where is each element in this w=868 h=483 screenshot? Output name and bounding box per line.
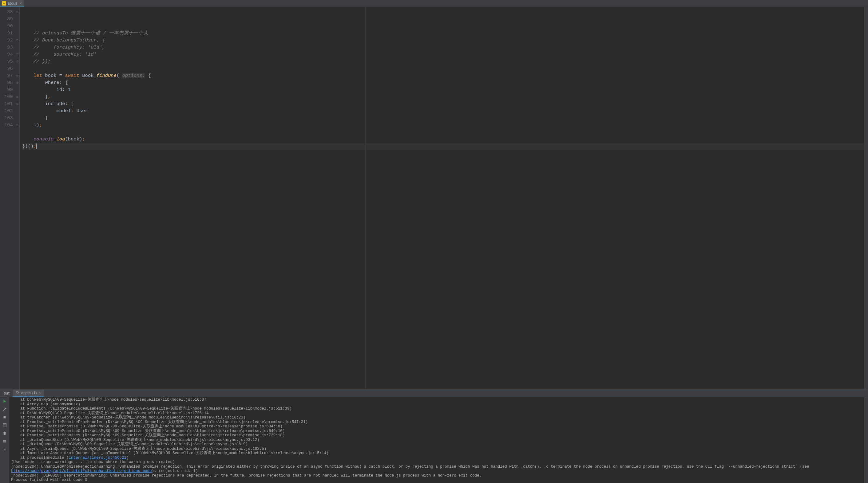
fold-marker[interactable]: ⊟	[16, 72, 19, 79]
code-line[interactable]: include: {	[22, 100, 864, 107]
console-line: at _drainQueueStep (D:\Web\MySQL\09-Sequ…	[11, 438, 862, 443]
line-number: 90	[4, 23, 13, 30]
line-number: 100	[4, 93, 13, 100]
trash-icon[interactable]	[2, 430, 8, 436]
line-number: 101	[4, 100, 13, 107]
fold-marker[interactable]: ⊟	[16, 79, 19, 86]
code-line[interactable]: })();	[22, 143, 864, 150]
line-number: 102	[4, 107, 13, 115]
right-margin-guide	[365, 7, 366, 389]
svg-rect-2	[4, 416, 6, 418]
line-number: 88	[4, 9, 13, 16]
line-number: 91	[4, 30, 13, 37]
fold-marker[interactable]	[16, 23, 19, 30]
code-line[interactable]: // });	[22, 58, 864, 65]
console-line: at D:\Web\MySQL\09-Sequelize-关联查询上\node_…	[11, 411, 862, 416]
line-number: 99	[4, 86, 13, 93]
code-line[interactable]: where: {	[22, 79, 864, 86]
console-line: at Promise._settlePromiseFromHandler (D:…	[11, 420, 862, 425]
line-number: 92	[4, 37, 13, 44]
close-icon[interactable]: ×	[38, 391, 40, 395]
svg-rect-3	[3, 424, 6, 427]
run-panel: Run: app.js (1) × at D:\Web\MySQL\09-Seq…	[0, 389, 868, 483]
run-tab-row: Run: app.js (1) ×	[0, 390, 868, 397]
console-line: at Immediate.Async.drainQueues [as _onIm…	[11, 451, 862, 456]
code-area[interactable]: // belongsTo 谁属于一个谁 / 一本书属于一个人 // Book.b…	[20, 7, 864, 389]
code-editor[interactable]: 888990919293949596979899100101102103104 …	[0, 7, 868, 389]
code-line[interactable]: console.log(book);	[22, 136, 864, 143]
stack-icon[interactable]	[2, 438, 8, 444]
fold-marker[interactable]	[16, 44, 19, 51]
code-line[interactable]: // belongsTo 谁属于一个谁 / 一本书属于一个人	[22, 30, 864, 37]
line-number: 98	[4, 79, 13, 86]
pin-icon[interactable]	[2, 446, 8, 452]
line-number: 104	[4, 122, 13, 129]
fold-marker[interactable]: ⊟	[16, 9, 19, 16]
console-line: (node:15204) [DEP0018] DeprecationWarnin…	[11, 474, 862, 478]
fold-marker[interactable]: ⊟	[16, 58, 19, 65]
run-label: Run:	[0, 391, 12, 395]
line-number: 97	[4, 72, 13, 79]
console-line: (node:15204) UnhandledPromiseRejectionWa…	[11, 464, 862, 474]
fold-marker[interactable]	[16, 30, 19, 37]
file-tab[interactable]: JS app.js ×	[0, 0, 24, 7]
stop-icon[interactable]	[2, 414, 8, 420]
code-line[interactable]: // foreignKey: 'uId',	[22, 44, 864, 51]
console-link[interactable]: internal/timers.js:456:21	[69, 456, 127, 460]
fold-marker[interactable]: ⊟	[16, 93, 19, 100]
code-line[interactable]: id: 1	[22, 86, 864, 93]
console-line: at Promise._settlePromises (D:\Web\MySQL…	[11, 433, 862, 438]
console-line: at tryCatcher (D:\Web\MySQL\09-Sequelize…	[11, 415, 862, 420]
console-line: at Function._validateIncludedElements (D…	[11, 407, 862, 411]
editor-scrollbar[interactable]	[864, 7, 868, 389]
fold-marker[interactable]	[16, 86, 19, 93]
fold-marker[interactable]	[16, 115, 19, 122]
code-line[interactable]: // Book.belongsTo(User, {	[22, 37, 864, 44]
text-caret	[36, 143, 37, 149]
fold-marker[interactable]	[16, 65, 19, 72]
code-line[interactable]: });	[22, 122, 864, 129]
line-number: 93	[4, 44, 13, 51]
code-line[interactable]	[22, 65, 864, 72]
run-console[interactable]: at D:\Web\MySQL\09-Sequelize-关联查询上\node_…	[9, 397, 864, 483]
code-line[interactable]: }	[22, 115, 864, 122]
fold-marker[interactable]	[16, 107, 19, 115]
fold-marker[interactable]: ⊟	[16, 100, 19, 107]
code-line[interactable]: model: User	[22, 107, 864, 115]
fold-column[interactable]: ⊟⊟⊟⊟⊟⊟⊟⊟⊟	[16, 7, 20, 389]
fold-marker[interactable]: ⊟	[16, 122, 19, 129]
fold-marker[interactable]: ⊟	[16, 37, 19, 44]
console-line: at _drainQueue (D:\Web\MySQL\09-Sequeliz…	[11, 442, 862, 447]
line-number: 96	[4, 65, 13, 72]
console-link[interactable]: https://nodejs.org/api/cli.html#cli_unha…	[11, 469, 152, 473]
console-line: at processImmediate (internal/timers.js:…	[11, 456, 862, 460]
wrench-icon[interactable]	[2, 406, 8, 412]
code-line[interactable]: },	[22, 93, 864, 100]
layout-icon[interactable]	[2, 422, 8, 428]
line-number: 89	[4, 16, 13, 23]
close-icon[interactable]: ×	[20, 1, 22, 5]
line-number: 103	[4, 115, 13, 122]
console-line: Process finished with exit code 0	[11, 478, 862, 482]
code-line[interactable]: // sourceKey: 'id'	[22, 51, 864, 58]
line-number: 94	[4, 51, 13, 58]
console-line: at Async._drainQueues (D:\Web\MySQL\09-S…	[11, 447, 862, 451]
js-file-icon: JS	[2, 1, 6, 5]
play-icon[interactable]	[2, 398, 8, 404]
code-line[interactable]: let book = await Book.findOne( options: …	[22, 72, 864, 79]
console-line: at D:\Web\MySQL\09-Sequelize-关联查询上\node_…	[11, 397, 862, 402]
fold-marker[interactable]	[16, 16, 19, 23]
svg-text:JS: JS	[2, 2, 5, 5]
code-line[interactable]	[22, 129, 864, 136]
fold-marker[interactable]: ⊟	[16, 51, 19, 58]
run-toolbar	[0, 397, 9, 483]
console-line: at Array.map (<anonymous>)	[11, 402, 862, 407]
run-gear-icon	[16, 390, 19, 395]
console-line: at Promise._settlePromise0 (D:\Web\MySQL…	[11, 429, 862, 433]
line-number: 95	[4, 58, 13, 65]
console-line: (Use `node --trace-warnings ...` to show…	[11, 460, 862, 464]
console-scrollbar[interactable]	[864, 397, 868, 483]
line-number-gutter: 888990919293949596979899100101102103104	[0, 7, 16, 389]
run-config-tab[interactable]: app.js (1) ×	[12, 390, 44, 397]
console-line: at Promise._settlePromise (D:\Web\MySQL\…	[11, 424, 862, 429]
